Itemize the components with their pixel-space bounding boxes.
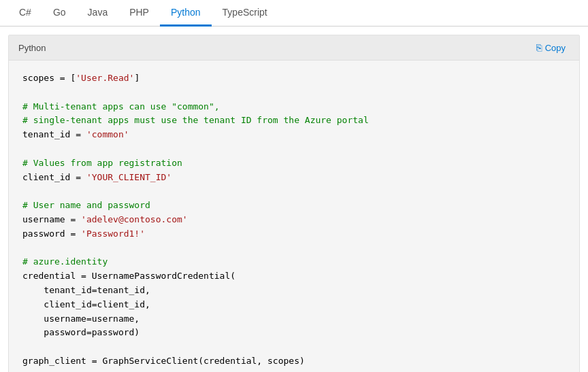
tab-python[interactable]: Python <box>160 0 212 27</box>
tab-php[interactable]: PHP <box>118 0 160 27</box>
code-panel: Python ⎘ Copy scopes = ['User.Read'] # M… <box>8 35 580 372</box>
tabs-bar: C# Go Java PHP Python TypeScript <box>0 0 588 27</box>
copy-button[interactable]: ⎘ Copy <box>532 41 570 54</box>
tab-go[interactable]: Go <box>42 0 77 27</box>
tab-typescript[interactable]: TypeScript <box>212 0 278 27</box>
tab-csharp[interactable]: C# <box>8 0 42 27</box>
tab-java[interactable]: Java <box>77 0 119 27</box>
copy-label: Copy <box>545 43 566 53</box>
code-body: scopes = ['User.Read'] # Multi-tenant ap… <box>9 61 579 372</box>
code-header: Python ⎘ Copy <box>9 35 579 61</box>
code-header-label: Python <box>18 43 46 53</box>
copy-icon: ⎘ <box>536 42 542 53</box>
